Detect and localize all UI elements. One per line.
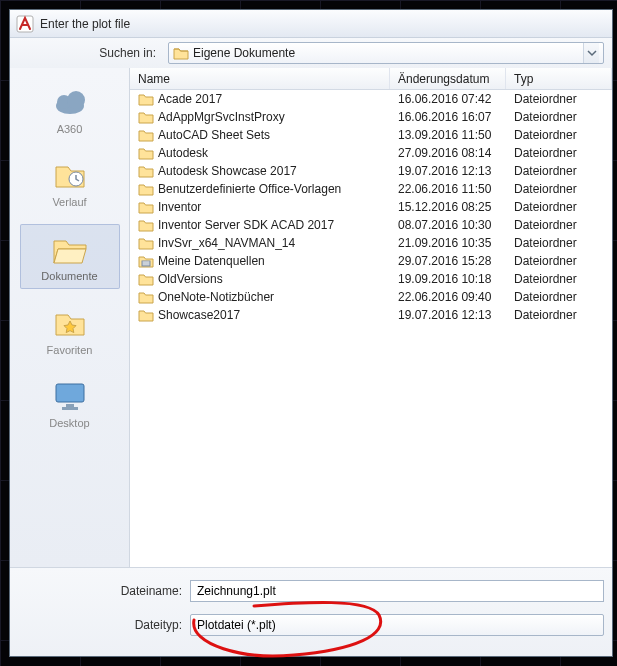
file-row[interactable]: Meine Datenquellen29.07.2016 15:28Dateio… bbox=[130, 252, 612, 270]
file-date: 15.12.2016 08:25 bbox=[390, 200, 506, 214]
file-row[interactable]: Acade 201716.06.2016 07:42Dateiordner bbox=[130, 90, 612, 108]
file-type: Dateiordner bbox=[506, 290, 612, 304]
file-row[interactable]: InvSvr_x64_NAVMAN_1421.09.2016 10:35Date… bbox=[130, 234, 612, 252]
file-name: Meine Datenquellen bbox=[158, 254, 265, 268]
folder-icon bbox=[138, 272, 154, 286]
folder-icon bbox=[138, 200, 154, 214]
column-headers: Name Änderungsdatum Typ bbox=[130, 68, 612, 90]
file-type: Dateiordner bbox=[506, 110, 612, 124]
file-date: 08.07.2016 10:30 bbox=[390, 218, 506, 232]
filetype-label: Dateityp: bbox=[10, 618, 182, 632]
file-name: InvSvr_x64_NAVMAN_14 bbox=[158, 236, 295, 250]
filetype-combo[interactable]: Plotdatei (*.plt) bbox=[190, 614, 604, 636]
file-name: Inventor bbox=[158, 200, 201, 214]
folder-icon bbox=[173, 46, 189, 60]
datasource-icon bbox=[138, 254, 154, 268]
filename-label: Dateiname: bbox=[10, 584, 182, 598]
file-type: Dateiordner bbox=[506, 128, 612, 142]
file-date: 21.09.2016 10:35 bbox=[390, 236, 506, 250]
file-type: Dateiordner bbox=[506, 200, 612, 214]
file-type: Dateiordner bbox=[506, 92, 612, 106]
filename-input[interactable]: Zeichnung1.plt bbox=[190, 580, 604, 602]
folder-star-icon bbox=[50, 305, 90, 341]
place-label: A360 bbox=[57, 123, 83, 135]
file-row[interactable]: Autodesk27.09.2016 08:14Dateiordner bbox=[130, 144, 612, 162]
folder-icon bbox=[138, 308, 154, 322]
folder-icon bbox=[138, 236, 154, 250]
place-documents[interactable]: Dokumente bbox=[20, 224, 120, 289]
svg-rect-5 bbox=[56, 384, 84, 402]
file-type: Dateiordner bbox=[506, 218, 612, 232]
file-row[interactable]: OneNote-Notizbücher22.06.2016 09:40Datei… bbox=[130, 288, 612, 306]
lookin-value: Eigene Dokumente bbox=[193, 46, 579, 60]
chevron-down-icon[interactable] bbox=[583, 43, 599, 63]
file-name: Autodesk Showcase 2017 bbox=[158, 164, 297, 178]
file-type: Dateiordner bbox=[506, 164, 612, 178]
file-name: Showcase2017 bbox=[158, 308, 240, 322]
file-date: 22.06.2016 11:50 bbox=[390, 182, 506, 196]
monitor-icon bbox=[50, 378, 90, 414]
svg-rect-7 bbox=[62, 407, 78, 410]
file-type: Dateiordner bbox=[506, 308, 612, 322]
autocad-app-icon bbox=[16, 15, 34, 33]
lookin-toolbar: Suchen in: Eigene Dokumente bbox=[10, 38, 612, 68]
folder-icon bbox=[138, 92, 154, 106]
file-row[interactable]: Inventor15.12.2016 08:25Dateiordner bbox=[130, 198, 612, 216]
column-type[interactable]: Typ bbox=[506, 68, 612, 89]
file-date: 13.09.2016 11:50 bbox=[390, 128, 506, 142]
cloud-icon bbox=[50, 84, 90, 120]
place-label: Verlauf bbox=[52, 196, 86, 208]
file-date: 16.06.2016 16:07 bbox=[390, 110, 506, 124]
place-label: Dokumente bbox=[41, 270, 97, 282]
file-type: Dateiordner bbox=[506, 182, 612, 196]
file-date: 22.06.2016 09:40 bbox=[390, 290, 506, 304]
file-type: Dateiordner bbox=[506, 236, 612, 250]
folder-icon bbox=[138, 146, 154, 160]
file-row[interactable]: Inventor Server SDK ACAD 201708.07.2016 … bbox=[130, 216, 612, 234]
file-row[interactable]: Showcase201719.07.2016 12:13Dateiordner bbox=[130, 306, 612, 324]
file-date: 19.09.2016 10:18 bbox=[390, 272, 506, 286]
folder-icon bbox=[138, 182, 154, 196]
file-type: Dateiordner bbox=[506, 272, 612, 286]
place-a360[interactable]: A360 bbox=[20, 78, 120, 141]
place-favorites[interactable]: Favoriten bbox=[20, 299, 120, 362]
file-name: Inventor Server SDK ACAD 2017 bbox=[158, 218, 334, 232]
file-save-dialog: Enter the plot file Suchen in: Eigene Do… bbox=[9, 9, 613, 657]
file-date: 27.09.2016 08:14 bbox=[390, 146, 506, 160]
folder-icon bbox=[138, 128, 154, 142]
svg-point-3 bbox=[67, 91, 85, 109]
file-row[interactable]: Autodesk Showcase 201719.07.2016 12:13Da… bbox=[130, 162, 612, 180]
file-row[interactable]: OldVersions19.09.2016 10:18Dateiordner bbox=[130, 270, 612, 288]
file-date: 19.07.2016 12:13 bbox=[390, 164, 506, 178]
history-icon bbox=[50, 157, 90, 193]
file-name: AdAppMgrSvcInstProxy bbox=[158, 110, 285, 124]
folder-icon bbox=[138, 110, 154, 124]
file-type: Dateiordner bbox=[506, 254, 612, 268]
file-rows[interactable]: Acade 201716.06.2016 07:42DateiordnerAdA… bbox=[130, 90, 612, 567]
file-listing: Name Änderungsdatum Typ Acade 201716.06.… bbox=[130, 68, 612, 567]
place-label: Favoriten bbox=[47, 344, 93, 356]
folder-icon bbox=[138, 290, 154, 304]
file-name: Benutzerdefinierte Office-Vorlagen bbox=[158, 182, 341, 196]
filename-value: Zeichnung1.plt bbox=[197, 584, 276, 598]
places-bar: A360VerlaufDokumenteFavoritenDesktop bbox=[10, 68, 130, 567]
place-desktop[interactable]: Desktop bbox=[20, 372, 120, 435]
file-date: 29.07.2016 15:28 bbox=[390, 254, 506, 268]
column-date[interactable]: Änderungsdatum bbox=[390, 68, 506, 89]
titlebar[interactable]: Enter the plot file bbox=[10, 10, 612, 38]
file-name: Autodesk bbox=[158, 146, 208, 160]
lookin-combo[interactable]: Eigene Dokumente bbox=[168, 42, 604, 64]
file-name: OneNote-Notizbücher bbox=[158, 290, 274, 304]
place-history[interactable]: Verlauf bbox=[20, 151, 120, 214]
filetype-value: Plotdatei (*.plt) bbox=[197, 618, 276, 632]
file-date: 19.07.2016 12:13 bbox=[390, 308, 506, 322]
file-row[interactable]: AdAppMgrSvcInstProxy16.06.2016 16:07Date… bbox=[130, 108, 612, 126]
file-row[interactable]: AutoCAD Sheet Sets13.09.2016 11:50Dateio… bbox=[130, 126, 612, 144]
place-label: Desktop bbox=[49, 417, 89, 429]
folder-icon bbox=[138, 218, 154, 232]
folder-icon bbox=[138, 164, 154, 178]
file-row[interactable]: Benutzerdefinierte Office-Vorlagen22.06.… bbox=[130, 180, 612, 198]
column-name[interactable]: Name bbox=[130, 68, 390, 89]
file-date: 16.06.2016 07:42 bbox=[390, 92, 506, 106]
lookin-label: Suchen in: bbox=[10, 46, 162, 60]
